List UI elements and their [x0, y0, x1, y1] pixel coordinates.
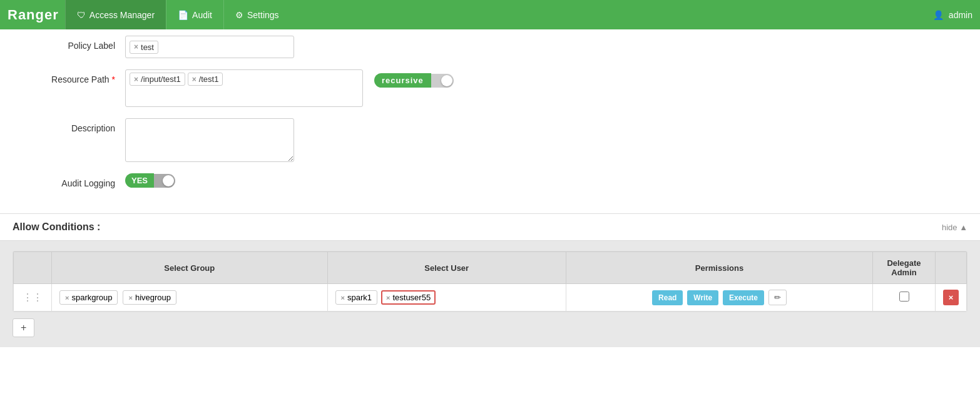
nav-audit[interactable]: 📄 Audit [166, 0, 223, 29]
delete-cell[interactable]: × [936, 284, 967, 312]
remove-user-spark1[interactable]: × [341, 294, 345, 302]
audit-logging-toggle[interactable]: YES [125, 173, 175, 188]
th-permissions: Permissions [566, 252, 872, 284]
conditions-header-row: Select Group Select User Permissions Del… [14, 252, 967, 284]
app-brand: Ranger [8, 7, 59, 23]
th-delegate-admin: Delegate Admin [873, 252, 936, 284]
tag-close-input-test1[interactable]: × [134, 75, 138, 84]
navbar-right: 👤 admin [933, 10, 972, 20]
group-tag-sparkgroup: × sparkgroup [59, 290, 118, 305]
users-cell[interactable]: × spark1 × testuser55 [327, 284, 566, 312]
tag-close-test1[interactable]: × [192, 75, 197, 84]
th-drag [14, 252, 52, 284]
policy-label-label: Policy Label [25, 36, 125, 51]
group-label-sparkgroup: sparkgroup [71, 293, 112, 302]
allow-conditions-header: Allow Conditions : hide ▲ [0, 213, 980, 240]
tag-close-test[interactable]: × [134, 43, 138, 51]
nav-settings[interactable]: ⚙ Settings [223, 0, 290, 29]
nav-audit-label: Audit [192, 10, 212, 20]
policy-label-row: Policy Label × test [25, 36, 955, 58]
group-label-hivegroup: hivegroup [135, 293, 171, 302]
tag-input-test1: × /input/test1 [130, 73, 185, 86]
yes-toggle-switch[interactable] [154, 174, 175, 188]
admin-label: admin [949, 10, 972, 20]
tag-value-input-test1: /input/test1 [141, 74, 181, 84]
delete-row-button[interactable]: × [943, 290, 959, 305]
navbar: Ranger 🛡 Access Manager 📄 Audit ⚙ Settin… [0, 0, 980, 29]
allow-conditions-title: Allow Conditions : [13, 221, 100, 233]
resource-path-row: Resource Path * × /input/test1 × /test1 [25, 69, 955, 107]
description-label: Description [25, 118, 125, 133]
conditions-area: Select Group Select User Permissions Del… [0, 240, 980, 347]
users-container: × spark1 × testuser55 [334, 289, 559, 306]
perm-execute-button[interactable]: Execute [723, 290, 764, 305]
gear-icon: ⚙ [235, 10, 243, 20]
recursive-label: recursive [374, 73, 431, 88]
user-label-spark1: spark1 [347, 293, 372, 302]
nav-settings-label: Settings [247, 10, 279, 20]
audit-logging-row: Audit Logging YES [25, 173, 955, 196]
th-select-group: Select Group [52, 252, 328, 284]
user-label-testuser55: testuser55 [392, 293, 431, 302]
delegate-admin-cell[interactable] [873, 284, 936, 312]
remove-group-hivegroup[interactable]: × [128, 294, 132, 302]
user-tag-spark1: × spark1 [335, 290, 377, 305]
delegate-admin-checkbox[interactable] [899, 292, 909, 302]
recursive-knob [441, 75, 452, 86]
resource-path-label: Resource Path * [25, 69, 125, 84]
tag-value-test1: /test1 [199, 74, 219, 84]
shield-icon: 🛡 [77, 10, 86, 20]
resource-recursive-col: × /input/test1 × /test1 [125, 69, 363, 107]
groups-container: × sparkgroup × hivegroup [58, 289, 321, 306]
th-select-user: Select User [327, 252, 566, 284]
remove-user-testuser55[interactable]: × [386, 294, 390, 302]
resource-path-content: × /input/test1 × /test1 recursive [125, 69, 454, 107]
user-icon: 👤 [933, 10, 944, 20]
th-actions [936, 252, 967, 284]
resource-path-input[interactable]: × /input/test1 × /test1 [125, 69, 363, 107]
user-tag-testuser55: × testuser55 [381, 290, 436, 305]
audit-logging-label: Audit Logging [25, 173, 125, 188]
conditions-table: Select Group Select User Permissions Del… [13, 251, 967, 312]
remove-group-sparkgroup[interactable]: × [65, 294, 69, 302]
tag-value-test: test [141, 43, 154, 52]
perm-edit-button[interactable]: ✏ [768, 290, 787, 305]
conditions-thead: Select Group Select User Permissions Del… [14, 252, 967, 284]
policy-label-input[interactable]: × test [125, 36, 294, 58]
permissions-cell: Read Write Execute ✏ [566, 284, 872, 312]
hide-link[interactable]: hide ▲ [942, 223, 967, 232]
description-row: Description [25, 118, 955, 162]
recursive-toggle-area[interactable]: recursive [374, 73, 454, 88]
drag-handle-icon[interactable]: ⋮⋮ [20, 292, 45, 303]
recursive-toggle[interactable] [431, 74, 454, 88]
group-tag-hivegroup: × hivegroup [123, 290, 176, 305]
groups-cell[interactable]: × sparkgroup × hivegroup [52, 284, 328, 312]
perm-write-button[interactable]: Write [687, 290, 718, 305]
nav-access-manager[interactable]: 🛡 Access Manager [65, 0, 166, 29]
yes-label: YES [125, 173, 154, 188]
required-asterisk: * [112, 74, 115, 84]
main-content: Policy Label × test Resource Path * × [0, 29, 980, 411]
conditions-table-wrapper: Select Group Select User Permissions Del… [13, 251, 967, 312]
perm-read-button[interactable]: Read [652, 290, 683, 305]
file-icon: 📄 [178, 10, 188, 20]
yes-knob [163, 175, 174, 186]
nav-access-manager-label: Access Manager [89, 10, 155, 20]
conditions-tbody: ⋮⋮ × sparkgroup × hivegroup [14, 284, 967, 312]
table-row: ⋮⋮ × sparkgroup × hivegroup [14, 284, 967, 312]
tag-test: × test [130, 41, 158, 54]
description-input[interactable] [125, 118, 294, 162]
form-area: Policy Label × test Resource Path * × [0, 29, 980, 213]
drag-cell[interactable]: ⋮⋮ [14, 284, 52, 312]
add-row-button[interactable]: + [13, 318, 34, 337]
tag-test1: × /test1 [188, 73, 223, 86]
